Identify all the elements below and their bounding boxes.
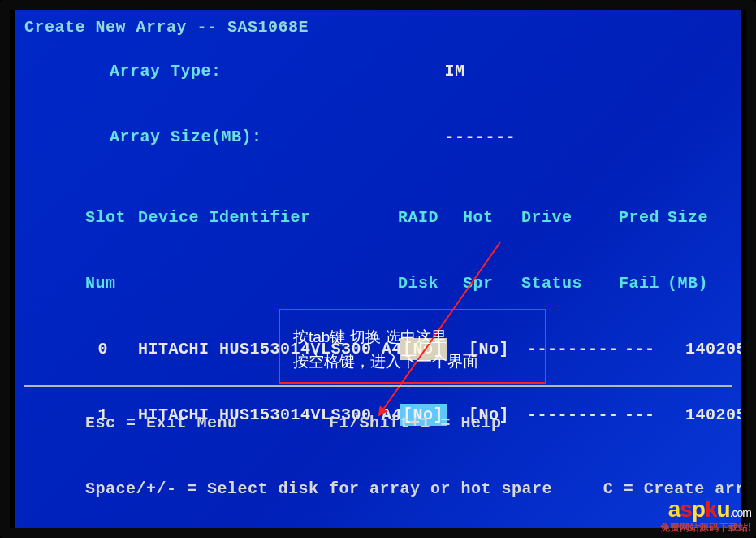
screen-title: Create New Array -- SAS1068E bbox=[24, 16, 732, 38]
annotation-box: 按tab键 切换 选中这里 按空格键，进入下一个界面 bbox=[279, 309, 546, 384]
footer-separator bbox=[24, 385, 732, 387]
pred-fail: --- bbox=[624, 338, 673, 360]
watermark: aspku.com 免费网站源码下载站! bbox=[660, 497, 751, 535]
array-size-value: ------- bbox=[445, 128, 516, 146]
col-size: Size bbox=[667, 206, 741, 228]
col-status: Drive bbox=[521, 206, 619, 228]
size-mb: 140205 bbox=[673, 338, 741, 360]
watermark-tagline: 免费网站源码下载站! bbox=[660, 521, 751, 535]
annotation-text-2: 按空格键，进入下一个界面 bbox=[293, 349, 532, 374]
array-size-label: Array Size(MB): bbox=[110, 128, 262, 146]
array-info: Array Type: IM Array Size(MB): ------- bbox=[49, 38, 732, 170]
col-slot-2: Num bbox=[85, 272, 118, 294]
col-slot: Slot bbox=[85, 206, 118, 228]
col-pred-2: Fail bbox=[619, 272, 667, 294]
watermark-logo: aspku.com bbox=[660, 497, 751, 523]
slot-num: 0 bbox=[85, 338, 118, 360]
bios-screen: Create New Array -- SAS1068E Array Type:… bbox=[15, 10, 741, 528]
col-hot: Hot bbox=[463, 206, 521, 228]
col-pred: Pred bbox=[619, 206, 667, 228]
array-type-label: Array Type: bbox=[110, 62, 222, 80]
hint-help: F1/Shift+1 = Help bbox=[329, 414, 502, 432]
array-type-value: IM bbox=[445, 62, 465, 80]
hint-space: Space/+/- = Select disk for array or hot… bbox=[85, 479, 552, 498]
hint-create: C = Create array bbox=[603, 479, 741, 498]
col-raid: RAID bbox=[398, 206, 463, 228]
annotation-text-1: 按tab键 切换 选中这里 bbox=[293, 325, 532, 349]
hint-esc: Esc = Exit Menu bbox=[85, 414, 238, 432]
footer-hints: Esc = Exit Menu F1/Shift+1 = Help Space/… bbox=[24, 385, 732, 522]
col-size-2: (MB) bbox=[667, 272, 741, 294]
col-raid-2: Disk bbox=[398, 272, 463, 294]
col-status-2: Status bbox=[521, 272, 619, 294]
col-device: Device Identifier bbox=[138, 206, 398, 228]
table-header: Slot Device IdentifierRAIDHotDrivePredSi… bbox=[24, 184, 732, 316]
